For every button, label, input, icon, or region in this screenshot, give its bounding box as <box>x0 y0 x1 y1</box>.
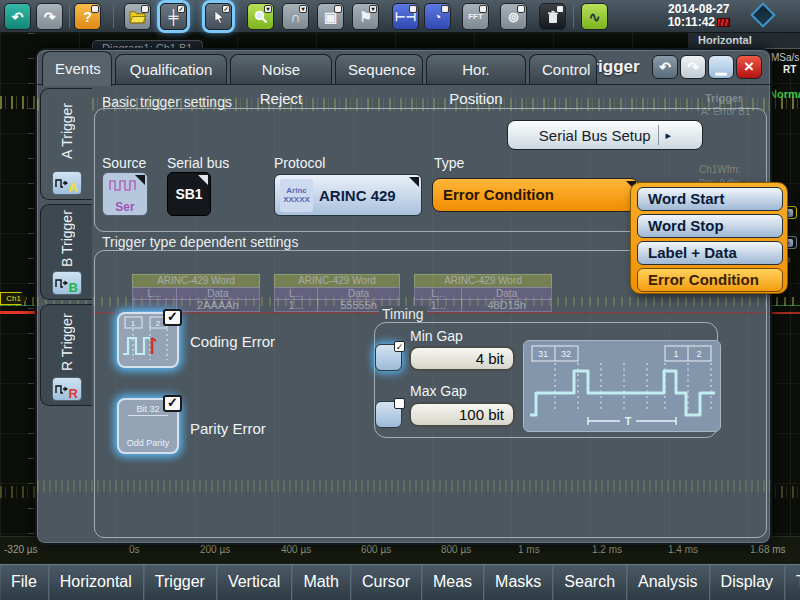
tab-events[interactable]: Events <box>42 51 112 86</box>
side-tab-r-trigger[interactable]: R Trigger R <box>40 304 92 406</box>
dropdown-item-label-data[interactable]: Label + Data <box>637 241 783 265</box>
menu-math[interactable]: Math <box>292 565 351 600</box>
minimize-icon: ▁ <box>716 59 727 75</box>
tab-sequence[interactable]: Sequence <box>335 54 423 84</box>
protocol-decode-badge <box>517 5 525 13</box>
fft-button[interactable]: FFT <box>462 3 489 30</box>
measurement-button[interactable]: ⊢⊣ <box>392 3 419 30</box>
histogram-badge: ▾ <box>299 5 307 13</box>
x-tick: 200 µs <box>200 544 230 555</box>
menu-search[interactable]: Search <box>553 565 627 600</box>
signal-generator-button[interactable]: ∿ <box>581 3 608 30</box>
dropdown-item-word-start[interactable]: Word Start <box>637 187 783 211</box>
menu-file[interactable]: File <box>0 565 49 600</box>
signal-generator-icon: ∿ <box>589 9 601 25</box>
a-trigger-icon: A <box>52 171 82 195</box>
horizontal-panel-header: Horizontal <box>688 33 800 49</box>
side-tab-label: B Trigger <box>41 209 92 269</box>
x-tick: 1.2 ms <box>592 544 622 555</box>
redo-icon: ↷ <box>44 9 56 25</box>
parity-icon-top-text: Bit 32 <box>128 404 168 416</box>
realtime-label: RT <box>783 64 796 75</box>
dialog-close-button[interactable]: × <box>736 55 762 79</box>
x-tick: 1.4 ms <box>668 544 698 555</box>
parity-error-toggle[interactable]: Bit 32 Odd Parity <box>117 398 179 454</box>
dropdown-item-word-stop[interactable]: Word Stop <box>637 214 783 238</box>
trigger-slope-icon <box>55 275 69 289</box>
parity-error-label: Parity Error <box>190 420 266 437</box>
menu-horizontal[interactable]: Horizontal <box>49 565 144 600</box>
toolbar-separator <box>69 5 70 28</box>
zoom-button[interactable]: ▾ <box>247 3 274 30</box>
histogram-button[interactable]: ∩▾ <box>282 3 309 30</box>
help-button[interactable]: ? <box>74 3 101 30</box>
delete-badge <box>556 5 564 13</box>
quick-meas-button[interactable]: ◔ <box>424 3 451 30</box>
dialog-minimize-button[interactable]: ▁ <box>708 55 734 79</box>
dialog-redo-button[interactable]: ↷ <box>680 55 706 79</box>
trigger-dialog: Trigger A: Error B1 Ch1Wfm: Pos: 0 div O… <box>35 48 772 545</box>
gap-timing-diagram: 31 32 1 2 T <box>523 340 721 432</box>
menu-masks[interactable]: Masks <box>484 565 553 600</box>
dropdown-item-error-condition[interactable]: Error Condition <box>637 268 783 292</box>
tab-qualification[interactable]: Qualification <box>115 54 227 84</box>
menu-meas[interactable]: Meas <box>422 565 484 600</box>
parity-error-checkbox[interactable] <box>163 395 182 412</box>
dialog-undo-icon: ↶ <box>659 59 671 75</box>
x-tick: 400 µs <box>281 544 311 555</box>
dropdown-corner-icon <box>409 177 419 187</box>
svg-text:32: 32 <box>561 349 571 359</box>
trigger-type-selector[interactable]: Error Condition <box>432 178 639 212</box>
min-gap-field[interactable]: 4 bit <box>409 346 515 371</box>
coding-error-toggle[interactable]: 1 2 <box>117 312 179 368</box>
serial-bus-selector[interactable]: SB1 <box>167 172 211 216</box>
serial-bus-value: SB1 <box>175 186 202 202</box>
source-selector[interactable]: Ser <box>102 172 148 216</box>
coding-error-checkbox[interactable] <box>163 309 182 326</box>
menu-display[interactable]: Display <box>710 565 785 600</box>
max-gap-field[interactable]: 100 bit <box>409 402 515 427</box>
top-toolbar: ↶ ↷ ? ╪✓ ✓ ▾ ∩▾ ▣ ⚑▾ ⊢⊣ ◔ FFT ⊚ ∿ 20 <box>0 0 800 33</box>
max-gap-checkbox[interactable] <box>375 401 402 428</box>
protocol-decode-button[interactable]: ⊚ <box>500 3 527 30</box>
menu-tutorials[interactable]: Tutorials <box>785 565 800 600</box>
side-tab-a-trigger[interactable]: A Trigger A <box>40 88 92 200</box>
dialog-undo-button[interactable]: ↶ <box>652 55 678 79</box>
side-tab-b-trigger[interactable]: B Trigger B <box>40 204 92 300</box>
protocol-icon-bottom-text: XXXXX <box>280 195 313 204</box>
select-cursor-badge: ✓ <box>222 5 230 13</box>
side-tab-label: A Trigger <box>41 93 92 169</box>
menu-vertical[interactable]: Vertical <box>217 565 292 600</box>
redo-button[interactable]: ↷ <box>36 3 63 30</box>
tab-noise-reject[interactable]: Noise Reject <box>230 54 332 84</box>
undo-button[interactable]: ↶ <box>4 3 31 30</box>
svg-text:31: 31 <box>538 349 548 359</box>
dependent-settings-title: Trigger type dependent settings <box>99 234 301 250</box>
menu-cursor[interactable]: Cursor <box>351 565 422 600</box>
open-file-badge <box>141 5 149 13</box>
open-file-button[interactable] <box>124 3 151 30</box>
trigger-type-dropdown: Word Start Word Stop Label + Data Error … <box>630 182 788 294</box>
side-tab-label: R Trigger <box>41 309 92 375</box>
dropdown-corner-icon <box>135 175 145 185</box>
annotation-flag-button[interactable]: ⚑▾ <box>352 3 379 30</box>
mask-test-button[interactable]: ▣ <box>317 3 344 30</box>
protocol-label: Protocol <box>274 155 325 171</box>
select-cursor-button[interactable]: ✓ <box>205 3 232 30</box>
x-tick: -320 µs <box>4 544 38 555</box>
max-gap-label: Max Gap <box>410 383 467 399</box>
svg-text:T: T <box>625 415 632 427</box>
svg-text:2: 2 <box>696 349 701 359</box>
quick-meas-badge <box>441 5 449 13</box>
probe-setup-button[interactable]: ╪✓ <box>160 3 187 30</box>
trigger-slope-icon <box>55 175 69 189</box>
tab-hor-position[interactable]: Hor. Position <box>426 54 526 84</box>
serial-bus-setup-button[interactable]: Serial Bus Setup ▸ <box>507 120 703 150</box>
tab-control[interactable]: Control <box>529 54 597 84</box>
protocol-selector[interactable]: Arinc XXXXX ARINC 429 <box>274 174 422 216</box>
delete-button[interactable] <box>539 3 566 30</box>
x-tick: 1 ms <box>518 544 540 555</box>
menu-trigger[interactable]: Trigger <box>144 565 217 600</box>
menu-analysis[interactable]: Analysis <box>627 565 710 600</box>
min-gap-checkbox[interactable] <box>375 344 402 371</box>
